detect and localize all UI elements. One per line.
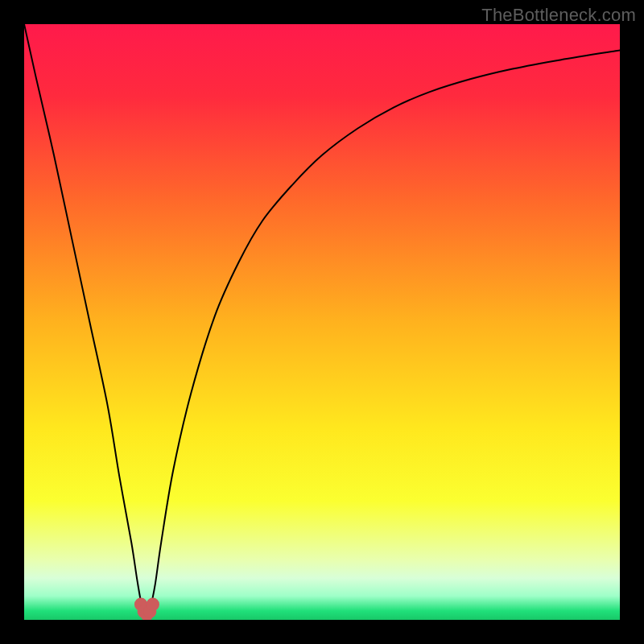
gradient-background bbox=[24, 24, 620, 620]
plot-area bbox=[24, 24, 620, 620]
watermark-text: TheBottleneck.com bbox=[481, 5, 636, 26]
chart-svg bbox=[24, 24, 620, 620]
dip-marker bbox=[147, 598, 159, 611]
chart-frame: TheBottleneck.com bbox=[0, 0, 644, 644]
